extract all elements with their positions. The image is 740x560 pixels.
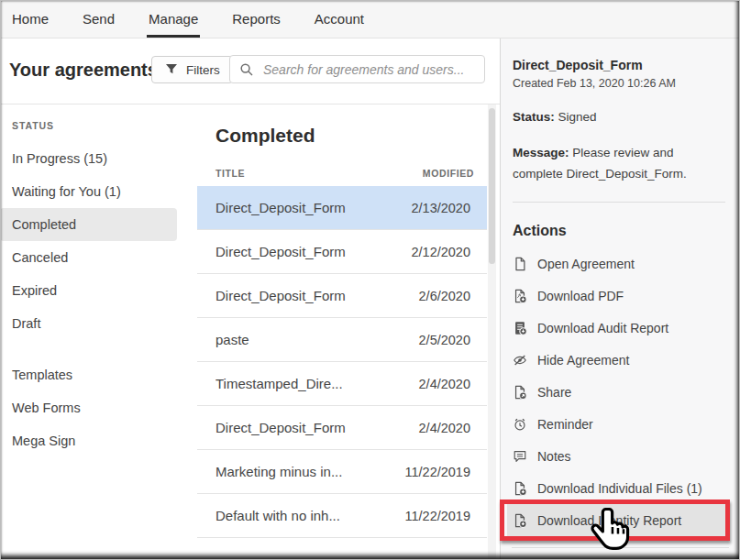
sidebar-item-canceled[interactable]: Canceled [0,241,177,274]
action-label: Download Identity Report [537,513,681,528]
sidebar-item-completed[interactable]: Completed [0,208,177,241]
action-label: Open Agreement [537,257,635,271]
agreement-row[interactable]: Default with no inh... 11/22/2019 [197,494,487,538]
panel-bottom-divider [512,547,729,548]
page-title: Your agreements [9,60,158,81]
status-value: Signed [558,110,597,124]
actions-list: Open Agreement Download PDF Download Aud… [513,247,725,536]
agreements-header: Your agreements Filters [0,38,500,104]
agreement-modified-date: 11/22/2019 [405,465,471,479]
action-label: Reminder [537,417,593,432]
action-label: Download Individual Files (1) [537,481,702,496]
action-download-audit-report[interactable]: Download Audit Report [513,312,725,344]
agreement-title: Direct_Deposit_Form [215,244,346,259]
action-label: Download PDF [537,289,624,303]
actions-title: Actions [513,223,725,239]
agreement-modified-date: 2/12/2020 [411,245,470,259]
action-download-identity-report[interactable]: Download Identity Report [507,504,727,536]
message-line: Message: Please review and complete Dire… [513,142,725,184]
agreement-modified-date: 2/4/2020 [419,421,470,435]
page-download-icon [513,481,527,496]
action-label: Download Audit Report [537,321,668,335]
agreements-pane: Your agreements Filters STATUS [0,38,500,560]
nav-item-home[interactable]: Home [12,11,49,27]
sidebar-item-templates[interactable]: Templates [0,358,177,391]
page-share-icon [513,385,527,400]
agreement-title: Marketing minus in... [215,464,342,479]
status-section-label: STATUS [0,120,197,135]
nav-item-account[interactable]: Account [315,11,364,27]
agreement-title: Direct_Deposit_Form [215,420,346,435]
search-icon [239,62,254,77]
agreement-modified-date: 11/22/2019 [405,509,471,523]
agreement-modified-date: 2/5/2020 [419,333,470,347]
sidebar-item-draft[interactable]: Draft [0,307,177,340]
agreement-modified-date: 2/13/2020 [411,201,470,215]
agreement-title: Timestamped_Dire... [215,376,343,391]
panel-divider [513,202,725,203]
top-nav: HomeSendManageReportsAccount [0,0,740,38]
agreements-body: STATUS In Progress (15)Waiting for You (… [0,104,500,560]
agreement-row[interactable]: Direct_Deposit_Form 2/4/2020 [197,406,487,450]
action-hide-agreement[interactable]: Hide Agreement [513,344,725,376]
list-title: Completed [215,125,500,147]
action-download-individual-files-1[interactable]: Download Individual Files (1) [513,472,725,504]
other-list: TemplatesWeb FormsMega Sign [0,358,197,457]
nav-item-reports[interactable]: Reports [232,11,281,27]
action-label: Notes [537,449,571,464]
eye-off-icon [513,353,527,368]
filters-label: Filters [186,63,220,77]
pdf-download-icon [513,289,527,303]
nav-item-send[interactable]: Send [83,11,115,27]
action-download-pdf[interactable]: Download PDF [513,280,725,312]
action-label: Share [537,385,571,400]
agreement-row[interactable]: Direct_Deposit_Form 2/13/2020 [197,186,487,230]
page-download-icon [513,513,527,528]
speech-bubble-icon [513,449,527,464]
main-content: Your agreements Filters STATUS [0,38,740,560]
action-open-agreement[interactable]: Open Agreement [513,247,725,280]
column-title: TITLE [215,168,245,179]
agreement-title: paste [215,332,249,347]
nav-item-manage[interactable]: Manage [149,11,198,27]
agreement-name: Direct_Deposit_Form [513,58,725,72]
sidebar-item-mega-sign[interactable]: Mega Sign [0,424,177,457]
sidebar-gap [0,340,197,351]
page-icon [513,257,527,271]
funnel-icon [164,62,179,77]
search-box [229,55,485,83]
agreement-list-column: Completed TITLE MODIFIED Direct_Deposit_… [197,104,500,560]
table-header: TITLE MODIFIED [197,168,500,179]
agreement-row[interactable]: Timestamped_Dire... 2/4/2020 [197,362,487,406]
doc-download-icon [513,321,527,335]
app-window: HomeSendManageReportsAccount Your agreem… [0,0,740,560]
action-notes[interactable]: Notes [513,440,725,472]
action-share[interactable]: Share [513,376,725,408]
column-modified: MODIFIED [423,168,474,179]
sidebar-item-in-progress-15[interactable]: In Progress (15) [0,142,177,175]
action-reminder[interactable]: Reminder [513,408,725,440]
status-line: Status: Signed [513,110,725,124]
vertical-scrollbar[interactable] [488,104,496,560]
table-rows: Direct_Deposit_Form 2/13/2020 Direct_Dep… [197,186,500,538]
message-label: Message: [513,146,569,159]
agreement-title: Direct_Deposit_Form [215,288,346,303]
agreement-modified-date: 2/6/2020 [419,289,470,303]
agreement-row[interactable]: Marketing minus in... 11/22/2019 [197,450,487,494]
agreement-row[interactable]: Direct_Deposit_Form 2/12/2020 [197,230,487,274]
sidebar-item-waiting-for-you-1[interactable]: Waiting for You (1) [0,175,177,208]
sidebar-item-expired[interactable]: Expired [0,274,177,307]
detail-panel: Direct_Deposit_Form Created Feb 13, 2020… [500,38,740,560]
created-date: Created Feb 13, 2020 10:26 AM [513,77,725,90]
agreement-modified-date: 2/4/2020 [419,377,470,391]
agreement-title: Default with no inh... [215,508,340,523]
status-label: Status: [513,110,555,124]
search-input[interactable] [261,61,475,78]
agreement-row[interactable]: Direct_Deposit_Form 2/6/2020 [197,274,487,318]
filters-button[interactable]: Filters [151,56,233,83]
scrollbar-thumb[interactable] [489,108,495,264]
status-sidebar: STATUS In Progress (15)Waiting for You (… [0,104,197,560]
agreement-row[interactable]: paste 2/5/2020 [197,318,487,362]
sidebar-item-web-forms[interactable]: Web Forms [0,391,177,424]
alarm-clock-icon [513,417,527,432]
